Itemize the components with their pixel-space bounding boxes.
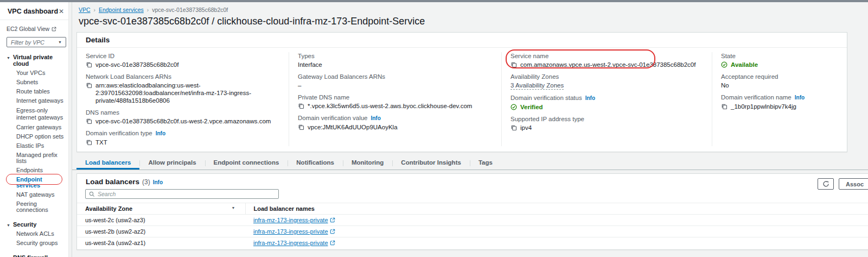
load-balancer-link[interactable]: infra-mz-173-ingress-private [253, 240, 335, 246]
tab-allow-principals[interactable]: Allow principals [139, 157, 205, 170]
sidebar-item-internet-gateways[interactable]: Internet gateways [4, 96, 67, 105]
tab-notifications[interactable]: Notifications [288, 157, 343, 170]
load-balancer-link[interactable]: infra-mz-173-ingress-private [253, 228, 335, 235]
sidebar-section-vpc[interactable]: ▼ Virtual private cloud [4, 52, 67, 68]
sidebar-scrollbar[interactable] [68, 2, 72, 257]
breadcrumb-current: vpce-svc-01e387385c68b2c0f [152, 7, 228, 13]
sidebar-item-endpoints[interactable]: Endpoints [4, 166, 67, 175]
filter-by-vpc-select[interactable]: Filter by VPC ▼ [7, 37, 66, 47]
domain-verification-name-value: _1b0rp1ppwlnbipv7k4jg [731, 103, 796, 110]
sidebar-item-route-tables[interactable]: Route tables [4, 87, 67, 96]
field-domain-verification-value: Domain verification valueInfo vpce:JMtUK… [298, 114, 495, 131]
column-header-availability-zone[interactable]: Availability Zone ▼ [77, 203, 245, 215]
field-domain-verification-name: Domain verification nameInfo _1b0rp1ppwl… [721, 93, 840, 110]
field-state: State Available [721, 52, 840, 68]
breadcrumb-separator-icon: › [147, 7, 149, 13]
refresh-button[interactable] [818, 178, 834, 190]
search-box [85, 189, 279, 199]
field-service-name: Service name com.amazonaws.vpce.us-west-… [510, 52, 705, 68]
az-cell: us-west-2a (usw2-az1) [77, 237, 245, 249]
search-input[interactable] [98, 191, 275, 197]
associate-button[interactable]: Assoc [839, 178, 868, 190]
tab-tags[interactable]: Tags [470, 157, 501, 170]
breadcrumb-vpc-link[interactable]: VPC [79, 7, 91, 13]
ec2-global-view-link[interactable]: EC2 Global View [4, 26, 67, 32]
refresh-icon [822, 180, 829, 187]
field-private-dns-name: Private DNS name *.vpce.k3lc5wn6d5.us-we… [298, 93, 495, 110]
breadcrumb: VPC › Endpoint services › vpce-svc-01e38… [72, 2, 868, 13]
availability-zones-link[interactable]: 3 Availability Zones [510, 82, 564, 90]
field-service-id: Service ID vpce-svc-01e387385c68b2c0f [86, 52, 282, 68]
close-icon[interactable]: ✕ [59, 8, 64, 15]
table-row: us-west-2a (usw2-az1) infra-mz-173-ingre… [77, 237, 868, 249]
acceptance-required-value: No [721, 82, 729, 89]
state-value: Available [731, 61, 758, 68]
field-availability-zones: Availability Zones 3 Availability Zones [510, 73, 705, 90]
vpc-console-page: VPC dashboard ✕ EC2 Global View Filter b… [0, 0, 868, 257]
load-balancers-heading: Load balancers [86, 178, 139, 186]
copy-icon[interactable] [86, 82, 92, 89]
sidebar-title: VPC dashboard [8, 8, 58, 15]
info-link[interactable]: Info [153, 179, 163, 185]
copy-icon[interactable] [721, 103, 727, 110]
private-dns-name-value: *.vpce.k3lc5wn6d5.us-west-2.aws.byoc.cli… [308, 102, 472, 110]
copy-icon[interactable] [86, 61, 92, 68]
copy-icon[interactable] [510, 124, 517, 131]
field-domain-verification-status: Domain verification statusInfo Verified [510, 94, 705, 111]
external-link-icon [52, 27, 56, 32]
info-link[interactable]: Info [795, 94, 805, 102]
load-balancers-count: (3) [142, 178, 150, 186]
check-circle-icon [510, 104, 517, 110]
sidebar-item-your-vpcs[interactable]: Your VPCs [4, 68, 67, 78]
section-caret-icon: ▼ [7, 223, 10, 227]
sidebar-item-subnets[interactable]: Subnets [4, 78, 67, 87]
sort-descending-icon[interactable]: ▼ [232, 206, 235, 210]
section-caret-icon: ▼ [7, 56, 10, 60]
copy-icon[interactable] [298, 103, 304, 109]
sidebar-item-endpoint-services[interactable]: Endpoint services [4, 175, 67, 190]
chevron-down-icon: ▼ [58, 40, 62, 44]
copy-icon[interactable] [86, 118, 92, 124]
supported-ip-type-value: ipv4 [520, 124, 532, 131]
tab-endpoint-connections[interactable]: Endpoint connections [205, 157, 288, 170]
info-link[interactable]: Info [585, 95, 595, 102]
filter-placeholder: Filter by VPC [11, 39, 44, 46]
nlb-arn-value: arn:aws:elasticloadbalancing:us-west-2:3… [95, 82, 282, 104]
copy-icon[interactable] [298, 124, 304, 130]
service-id-value: vpce-svc-01e387385c68b2c0f [95, 61, 178, 68]
field-nlb-arns: Network Load Balancers ARNs arn:aws:elas… [86, 73, 282, 104]
domain-verification-status-value: Verified [520, 103, 543, 111]
sidebar-item-carrier-gateways[interactable]: Carrier gateways [4, 123, 67, 132]
sidebar-item-peering-connections[interactable]: Peering connections [4, 199, 67, 215]
external-link-icon [330, 217, 335, 223]
sidebar-item-elastic-ips[interactable]: Elastic IPs [4, 141, 67, 151]
dns-names-value: vpce-svc-01e387385c68b2c0f.us-west-2.vpc… [95, 117, 271, 125]
details-panel: Details Service ID vpce-svc-01e387385c68… [76, 32, 847, 152]
info-link[interactable]: Info [371, 115, 380, 122]
sidebar-section-security[interactable]: ▼ Security [4, 220, 67, 229]
domain-verification-value-value: vpce:JMtUK6AdUUOp9UAoyKla [308, 123, 398, 131]
table-row: us-west-2b (usw2-az2) infra-mz-173-ingre… [77, 226, 868, 237]
sidebar-item-security-groups[interactable]: Security groups [4, 239, 67, 248]
copy-icon[interactable] [510, 61, 517, 68]
tab-contributor-insights[interactable]: Contributor Insights [392, 157, 470, 170]
detail-tabs: Load balancers Allow principals Endpoint… [72, 157, 868, 170]
sidebar-section-dns-firewall[interactable]: ▼ DNS firewall [4, 253, 67, 257]
tab-monitoring[interactable]: Monitoring [343, 157, 392, 170]
field-supported-ip-type: Supported IP address type ipv4 [510, 115, 705, 131]
field-types: Types Interface [298, 52, 495, 68]
sidebar-item-managed-prefix-lists[interactable]: Managed prefix lists [4, 151, 67, 166]
copy-icon[interactable] [86, 139, 92, 146]
glb-arns-value: – [298, 82, 301, 89]
field-glb-arns: Gateway Load Balancers ARNs – [298, 73, 495, 89]
external-link-icon [330, 229, 335, 234]
sidebar-item-egress-only-internet-gateways[interactable]: Egress-only internet gateways [4, 105, 67, 123]
sidebar-item-nat-gateways[interactable]: NAT gateways [4, 190, 67, 199]
sidebar-item-dhcp-option-sets[interactable]: DHCP option sets [4, 132, 67, 141]
info-link[interactable]: Info [156, 130, 165, 137]
service-name-value: com.amazonaws.vpce.us-west-2.vpce-svc-01… [520, 61, 695, 68]
tab-load-balancers[interactable]: Load balancers [76, 157, 139, 170]
sidebar-item-network-acls[interactable]: Network ACLs [4, 229, 67, 239]
breadcrumb-endpoint-services-link[interactable]: Endpoint services [99, 7, 144, 13]
load-balancer-link[interactable]: infra-mz-173-ingress-private [253, 217, 335, 223]
